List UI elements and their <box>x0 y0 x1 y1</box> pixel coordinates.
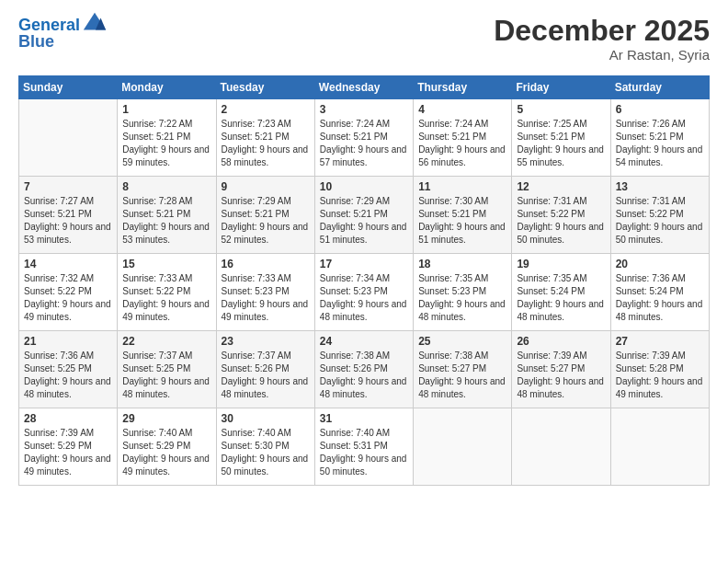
day-cell: 30Sunrise: 7:40 AMSunset: 5:30 PMDayligh… <box>216 408 314 486</box>
day-info: Sunrise: 7:30 AMSunset: 5:21 PMDaylight:… <box>418 195 506 247</box>
day-cell: 20Sunrise: 7:36 AMSunset: 5:24 PMDayligh… <box>610 254 709 331</box>
day-info: Sunrise: 7:36 AMSunset: 5:25 PMDaylight:… <box>24 350 112 401</box>
day-cell: 2Sunrise: 7:23 AMSunset: 5:21 PMDaylight… <box>216 99 314 177</box>
day-cell: 27Sunrise: 7:39 AMSunset: 5:28 PMDayligh… <box>610 331 709 408</box>
day-cell: 6Sunrise: 7:26 AMSunset: 5:21 PMDaylight… <box>610 99 709 177</box>
day-number: 30 <box>222 412 310 425</box>
day-info: Sunrise: 7:29 AMSunset: 5:21 PMDaylight:… <box>320 195 408 247</box>
day-info: Sunrise: 7:32 AMSunset: 5:22 PMDaylight:… <box>24 272 112 324</box>
day-cell: 17Sunrise: 7:34 AMSunset: 5:23 PMDayligh… <box>314 254 413 331</box>
weekday-saturday: Saturday <box>610 76 709 99</box>
day-info: Sunrise: 7:35 AMSunset: 5:23 PMDaylight:… <box>418 272 506 324</box>
day-cell: 29Sunrise: 7:40 AMSunset: 5:29 PMDayligh… <box>118 408 216 486</box>
day-info: Sunrise: 7:24 AMSunset: 5:21 PMDaylight:… <box>320 118 408 169</box>
day-cell: 10Sunrise: 7:29 AMSunset: 5:21 PMDayligh… <box>314 177 413 254</box>
day-info: Sunrise: 7:35 AMSunset: 5:24 PMDaylight:… <box>517 272 605 324</box>
day-cell: 7Sunrise: 7:27 AMSunset: 5:21 PMDaylight… <box>19 177 118 254</box>
weekday-friday: Friday <box>512 76 610 99</box>
day-info: Sunrise: 7:40 AMSunset: 5:29 PMDaylight:… <box>122 427 210 478</box>
day-info: Sunrise: 7:26 AMSunset: 5:21 PMDaylight:… <box>616 118 704 169</box>
day-info: Sunrise: 7:22 AMSunset: 5:21 PMDaylight:… <box>122 118 210 169</box>
day-number: 1 <box>122 103 210 116</box>
day-info: Sunrise: 7:38 AMSunset: 5:27 PMDaylight:… <box>418 350 506 401</box>
logo-icon <box>82 11 108 37</box>
day-number: 6 <box>616 103 704 116</box>
day-info: Sunrise: 7:33 AMSunset: 5:22 PMDaylight:… <box>122 272 210 324</box>
day-number: 14 <box>24 258 112 270</box>
day-info: Sunrise: 7:36 AMSunset: 5:24 PMDaylight:… <box>616 272 704 324</box>
title-block: December 2025 Ar Rastan, Syria <box>494 15 710 63</box>
day-number: 27 <box>616 335 704 348</box>
day-number: 15 <box>122 258 210 270</box>
day-number: 21 <box>24 335 112 348</box>
day-cell: 11Sunrise: 7:30 AMSunset: 5:21 PMDayligh… <box>414 177 512 254</box>
day-number: 17 <box>320 258 408 270</box>
day-cell <box>512 408 610 486</box>
day-number: 25 <box>418 335 506 348</box>
day-cell <box>414 408 512 486</box>
weekday-monday: Monday <box>118 76 216 99</box>
day-info: Sunrise: 7:28 AMSunset: 5:21 PMDaylight:… <box>122 195 210 247</box>
weekday-header-row: SundayMondayTuesdayWednesdayThursdayFrid… <box>19 76 710 99</box>
day-info: Sunrise: 7:23 AMSunset: 5:21 PMDaylight:… <box>222 118 310 169</box>
day-number: 28 <box>24 412 112 425</box>
day-number: 26 <box>517 335 605 348</box>
day-cell: 18Sunrise: 7:35 AMSunset: 5:23 PMDayligh… <box>414 254 512 331</box>
day-info: Sunrise: 7:34 AMSunset: 5:23 PMDaylight:… <box>320 272 408 324</box>
day-cell: 26Sunrise: 7:39 AMSunset: 5:27 PMDayligh… <box>512 331 610 408</box>
logo-text-blue: Blue <box>18 32 54 51</box>
day-cell: 23Sunrise: 7:37 AMSunset: 5:26 PMDayligh… <box>216 331 314 408</box>
day-number: 3 <box>320 103 408 116</box>
day-info: Sunrise: 7:39 AMSunset: 5:28 PMDaylight:… <box>616 350 704 401</box>
day-cell: 4Sunrise: 7:24 AMSunset: 5:21 PMDaylight… <box>414 99 512 177</box>
day-info: Sunrise: 7:31 AMSunset: 5:22 PMDaylight:… <box>616 195 704 247</box>
day-cell <box>610 408 709 486</box>
day-info: Sunrise: 7:37 AMSunset: 5:26 PMDaylight:… <box>222 350 310 401</box>
day-number: 11 <box>418 180 506 193</box>
day-cell: 12Sunrise: 7:31 AMSunset: 5:22 PMDayligh… <box>512 177 610 254</box>
day-info: Sunrise: 7:29 AMSunset: 5:21 PMDaylight:… <box>222 195 310 247</box>
calendar-container: General Blue December 2025 Ar Rastan, Sy… <box>0 0 728 495</box>
day-number: 4 <box>418 103 506 116</box>
day-number: 8 <box>122 180 210 193</box>
week-row-3: 14Sunrise: 7:32 AMSunset: 5:22 PMDayligh… <box>19 254 710 331</box>
day-number: 13 <box>616 180 704 193</box>
day-cell: 28Sunrise: 7:39 AMSunset: 5:29 PMDayligh… <box>19 408 118 486</box>
day-info: Sunrise: 7:39 AMSunset: 5:29 PMDaylight:… <box>24 427 112 478</box>
week-row-1: 1Sunrise: 7:22 AMSunset: 5:21 PMDaylight… <box>19 99 710 177</box>
week-row-5: 28Sunrise: 7:39 AMSunset: 5:29 PMDayligh… <box>19 408 710 486</box>
day-info: Sunrise: 7:40 AMSunset: 5:30 PMDaylight:… <box>222 427 310 478</box>
weekday-tuesday: Tuesday <box>216 76 314 99</box>
logo: General Blue <box>18 15 108 52</box>
day-number: 29 <box>122 412 210 425</box>
day-cell: 22Sunrise: 7:37 AMSunset: 5:25 PMDayligh… <box>118 331 216 408</box>
day-cell: 9Sunrise: 7:29 AMSunset: 5:21 PMDaylight… <box>216 177 314 254</box>
day-number: 10 <box>320 180 408 193</box>
day-cell: 5Sunrise: 7:25 AMSunset: 5:21 PMDaylight… <box>512 99 610 177</box>
day-cell: 14Sunrise: 7:32 AMSunset: 5:22 PMDayligh… <box>19 254 118 331</box>
day-number: 18 <box>418 258 506 270</box>
day-info: Sunrise: 7:25 AMSunset: 5:21 PMDaylight:… <box>517 118 605 169</box>
calendar-table: SundayMondayTuesdayWednesdayThursdayFrid… <box>18 75 710 486</box>
weekday-thursday: Thursday <box>414 76 512 99</box>
week-row-2: 7Sunrise: 7:27 AMSunset: 5:21 PMDaylight… <box>19 177 710 254</box>
day-info: Sunrise: 7:37 AMSunset: 5:25 PMDaylight:… <box>122 350 210 401</box>
day-number: 7 <box>24 180 112 193</box>
month-title: December 2025 <box>494 15 710 47</box>
day-cell: 24Sunrise: 7:38 AMSunset: 5:26 PMDayligh… <box>314 331 413 408</box>
day-info: Sunrise: 7:40 AMSunset: 5:31 PMDaylight:… <box>320 427 408 478</box>
day-cell: 19Sunrise: 7:35 AMSunset: 5:24 PMDayligh… <box>512 254 610 331</box>
header: General Blue December 2025 Ar Rastan, Sy… <box>18 15 710 63</box>
day-number: 5 <box>517 103 605 116</box>
day-info: Sunrise: 7:31 AMSunset: 5:22 PMDaylight:… <box>517 195 605 247</box>
day-cell: 13Sunrise: 7:31 AMSunset: 5:22 PMDayligh… <box>610 177 709 254</box>
day-number: 24 <box>320 335 408 348</box>
weekday-wednesday: Wednesday <box>314 76 413 99</box>
location: Ar Rastan, Syria <box>494 47 710 63</box>
day-info: Sunrise: 7:39 AMSunset: 5:27 PMDaylight:… <box>517 350 605 401</box>
day-number: 2 <box>222 103 310 116</box>
day-number: 22 <box>122 335 210 348</box>
day-number: 9 <box>222 180 310 193</box>
day-number: 23 <box>222 335 310 348</box>
day-cell: 15Sunrise: 7:33 AMSunset: 5:22 PMDayligh… <box>118 254 216 331</box>
